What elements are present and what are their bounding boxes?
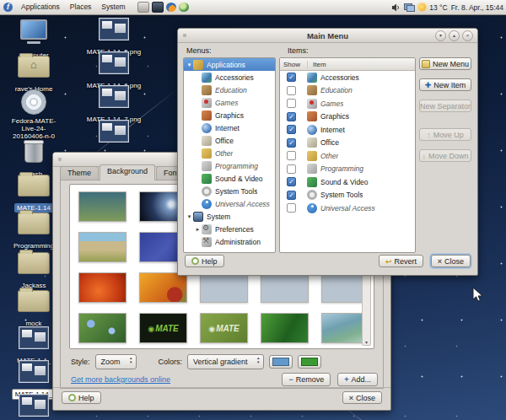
new-item-button[interactable]: ✚New Item xyxy=(419,78,471,91)
get-backgrounds-link[interactable]: Get more backgrounds online xyxy=(71,375,170,384)
new-separator-button[interactable]: New Separator xyxy=(419,100,471,112)
new-menu-button[interactable]: New Menu xyxy=(419,57,471,70)
wallpaper-thumbnail-mate[interactable]: MATE xyxy=(200,313,248,343)
volume-icon[interactable] xyxy=(391,3,401,12)
menu-tree-item-programming[interactable]: Programming xyxy=(184,159,275,172)
menu-tree-item-accessories[interactable]: Accessories xyxy=(184,71,275,83)
main-menu-titlebar[interactable]: Main Menu ▾ ▴ × xyxy=(178,29,477,43)
menu-system[interactable]: System xyxy=(96,0,130,14)
menu-tree-item-sound-video[interactable]: Sound & Video xyxy=(184,172,275,185)
wallpaper-thumbnail[interactable] xyxy=(200,272,248,303)
colors-combo[interactable]: Vertical gradient▴▾ xyxy=(187,354,264,369)
expander-icon[interactable]: ▸ xyxy=(194,226,202,233)
expander-icon[interactable]: ▾ xyxy=(186,62,193,68)
menu-tree-label: Office xyxy=(215,137,234,145)
style-combo[interactable]: Zoom▴▾ xyxy=(95,354,137,369)
tab-background[interactable]: Background xyxy=(100,164,155,180)
network-icon[interactable] xyxy=(404,3,415,12)
file-manager-icon[interactable] xyxy=(137,2,149,13)
close-button[interactable]: ×Close xyxy=(431,255,471,267)
add-button[interactable]: +Add... xyxy=(337,373,378,386)
scrollbar-down-arrow[interactable]: ▾ xyxy=(363,339,370,345)
help-button[interactable]: Help xyxy=(185,255,224,267)
show-checkbox[interactable] xyxy=(287,99,296,108)
menu-places[interactable]: Places xyxy=(65,0,97,14)
menu-applications[interactable]: Applications xyxy=(16,0,65,14)
menu-tree-item-graphics[interactable]: Graphics xyxy=(184,109,275,121)
remove-button[interactable]: −Remove xyxy=(282,373,331,386)
menu-item-row-accessories[interactable]: ✓Accessories xyxy=(280,71,415,84)
menu-tree-item-office[interactable]: Office xyxy=(184,134,275,147)
menu-tree-item-administration[interactable]: Administration xyxy=(184,235,275,248)
menu-tree-label: System xyxy=(207,213,230,221)
menu-item-row-system-tools[interactable]: ✓System Tools xyxy=(280,189,415,202)
menu-item-row-office[interactable]: ✓Office xyxy=(280,137,415,150)
menu-item-row-graphics[interactable]: ✓Graphics xyxy=(280,110,415,124)
menu-tree-item-preferences[interactable]: ▸Preferences xyxy=(184,223,275,235)
close-button[interactable]: ×Close xyxy=(342,391,382,404)
primary-color-button[interactable] xyxy=(269,355,293,369)
minimize-button[interactable]: ▾ xyxy=(435,30,446,41)
menu-tree-item-system[interactable]: ▾System xyxy=(184,210,275,223)
wallpaper-thumbnail[interactable] xyxy=(78,191,126,222)
show-checkbox[interactable] xyxy=(287,86,296,95)
item-column-header[interactable]: Item xyxy=(308,61,326,68)
wallpaper-thumbnail[interactable] xyxy=(139,272,187,303)
show-checkbox[interactable]: ✓ xyxy=(287,73,296,82)
menu-tree-item-education[interactable]: Education xyxy=(184,83,275,96)
secondary-color-button[interactable] xyxy=(298,355,321,369)
menu-tree-label: Programming xyxy=(215,162,258,170)
desktop-icon-fedora-mate-live-24-20160406-n-0[interactable]: Fedora-MATE-Live-24-20160406-n-0 xyxy=(7,89,61,142)
move-up-button[interactable]: ↑Move Up xyxy=(419,128,471,141)
menu-item-row-games[interactable]: Games xyxy=(280,97,415,110)
menu-tree-item-other[interactable]: Other xyxy=(184,147,275,159)
menu-tree-item-internet[interactable]: Internet xyxy=(184,121,275,134)
show-checkbox[interactable]: ✓ xyxy=(287,138,296,148)
wallpaper-thumbnail[interactable] xyxy=(78,313,126,343)
wallpaper-thumbnail[interactable] xyxy=(78,272,126,303)
maximize-button[interactable]: ▴ xyxy=(449,30,460,41)
menu-item-row-programming[interactable]: Programming xyxy=(280,163,415,176)
desktop-icon-rave-s-home[interactable]: rave's Home xyxy=(7,52,61,94)
weather-icon[interactable] xyxy=(418,3,426,11)
show-checkbox[interactable] xyxy=(287,203,296,213)
show-checkbox[interactable]: ✓ xyxy=(287,177,296,186)
main-menu-window[interactable]: Main Menu ▾ ▴ × Menus: Items: ▾Applicati… xyxy=(177,28,478,276)
terminal-icon[interactable] xyxy=(152,2,164,13)
show-checkbox[interactable]: ✓ xyxy=(287,112,296,121)
revert-button[interactable]: ↩Revert xyxy=(379,255,423,267)
fedora-logo-icon[interactable]: f xyxy=(3,3,13,12)
wallpaper-thumbnail[interactable] xyxy=(261,272,309,303)
menus-tree[interactable]: ▾ApplicationsAccessoriesEducationGamesGr… xyxy=(183,57,276,253)
menu-tree-item-applications[interactable]: ▾Applications xyxy=(184,58,275,71)
move-down-button[interactable]: ↓Move Down xyxy=(419,149,471,162)
image-viewer-icon[interactable] xyxy=(179,3,189,12)
clock-label[interactable]: Fr. 8. Apr., 15:44 xyxy=(451,3,503,12)
show-checkbox[interactable] xyxy=(287,164,296,174)
menu-item-row-education[interactable]: Education xyxy=(280,84,415,98)
menu-tree-item-universal-access[interactable]: Universal Access xyxy=(184,197,275,210)
show-column-header[interactable]: Show xyxy=(280,61,308,68)
close-icon: × xyxy=(349,394,353,402)
items-list[interactable]: Show Item ✓AccessoriesEducationGames✓Gra… xyxy=(279,57,416,253)
close-window-button[interactable]: × xyxy=(462,30,473,41)
tab-theme[interactable]: Theme xyxy=(60,166,99,180)
menu-item-row-other[interactable]: Other xyxy=(280,149,415,163)
menu-tree-item-games[interactable]: Games xyxy=(184,96,275,109)
firefox-icon[interactable] xyxy=(166,3,176,12)
show-checkbox[interactable] xyxy=(287,151,296,160)
menu-tree-label: Universal Access xyxy=(215,200,270,208)
menu-item-row-universal-access[interactable]: Universal Access xyxy=(280,202,415,215)
show-checkbox[interactable]: ✓ xyxy=(287,191,296,200)
expander-icon[interactable]: ▾ xyxy=(186,213,193,220)
wallpaper-thumbnail-mate[interactable]: MATE xyxy=(139,313,187,343)
help-button[interactable]: Help xyxy=(62,391,101,404)
temperature-label[interactable]: 13 °C xyxy=(429,3,447,12)
menu-item-row-internet[interactable]: ✓Internet xyxy=(280,123,415,137)
menu-item-row-sound-video[interactable]: ✓Sound & Video xyxy=(280,175,415,189)
menu-tree-label: Administration xyxy=(215,238,261,246)
wallpaper-thumbnail[interactable] xyxy=(261,313,309,343)
show-checkbox[interactable]: ✓ xyxy=(287,125,296,134)
wallpaper-thumbnail[interactable] xyxy=(78,232,126,262)
menu-tree-item-system-tools[interactable]: System Tools xyxy=(184,185,275,197)
